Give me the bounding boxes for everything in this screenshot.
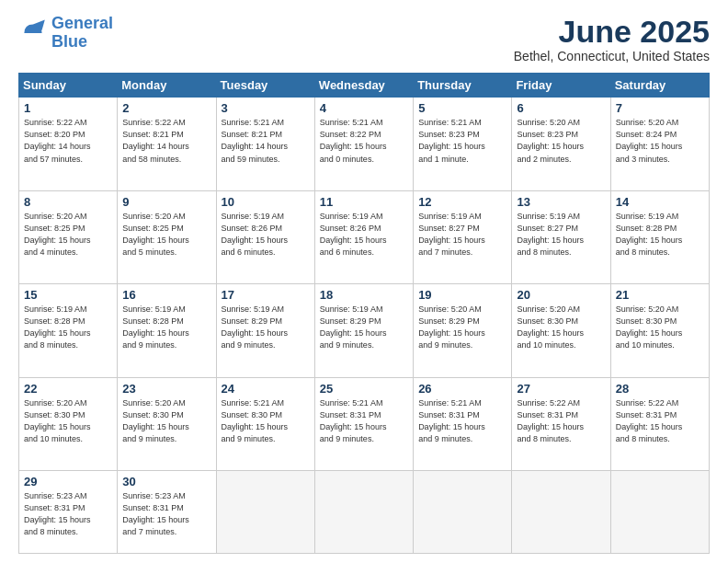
cell-empty-3 (414, 470, 512, 553)
cell-9: 9 Sunrise: 5:20 AMSunset: 8:25 PMDayligh… (118, 190, 216, 283)
cell-19: 19 Sunrise: 5:20 AMSunset: 8:29 PMDaylig… (414, 284, 512, 377)
day-number: 21 (616, 288, 704, 302)
day-info: Sunrise: 5:20 AMSunset: 8:30 PMDaylight:… (122, 397, 210, 445)
cell-20: 20 Sunrise: 5:20 AMSunset: 8:30 PMDaylig… (512, 284, 610, 377)
day-info: Sunrise: 5:19 AMSunset: 8:26 PMDaylight:… (320, 211, 408, 259)
day-info: Sunrise: 5:19 AMSunset: 8:26 PMDaylight:… (222, 211, 310, 259)
day-number: 14 (616, 195, 704, 209)
cell-2: 2 Sunrise: 5:22 AMSunset: 8:21 PMDayligh… (118, 98, 216, 190)
cell-24: 24 Sunrise: 5:21 AMSunset: 8:30 PMDaylig… (216, 377, 314, 470)
day-number: 8 (24, 195, 112, 209)
day-info: Sunrise: 5:20 AMSunset: 8:25 PMDaylight:… (122, 211, 210, 259)
day-number: 22 (24, 382, 112, 396)
col-thursday: Thursday (414, 74, 512, 98)
day-number: 19 (418, 288, 506, 302)
day-info: Sunrise: 5:20 AMSunset: 8:23 PMDaylight:… (517, 117, 605, 165)
cell-11: 11 Sunrise: 5:19 AMSunset: 8:26 PMDaylig… (314, 190, 413, 283)
logo-icon (18, 18, 48, 48)
day-info: Sunrise: 5:21 AMSunset: 8:31 PMDaylight:… (418, 397, 506, 445)
day-number: 3 (222, 101, 310, 115)
day-number: 25 (320, 382, 408, 396)
day-info: Sunrise: 5:23 AMSunset: 8:31 PMDaylight:… (122, 490, 210, 538)
day-number: 20 (517, 288, 605, 302)
week-row-2: 8 Sunrise: 5:20 AMSunset: 8:25 PMDayligh… (19, 190, 710, 283)
cell-8: 8 Sunrise: 5:20 AMSunset: 8:25 PMDayligh… (19, 190, 118, 283)
cell-13: 13 Sunrise: 5:19 AMSunset: 8:27 PMDaylig… (512, 190, 610, 283)
day-info: Sunrise: 5:20 AMSunset: 8:25 PMDaylight:… (24, 211, 112, 259)
cell-empty-2 (314, 470, 413, 553)
cell-12: 12 Sunrise: 5:19 AMSunset: 8:27 PMDaylig… (414, 190, 512, 283)
day-number: 4 (320, 101, 408, 115)
day-number: 17 (222, 288, 310, 302)
day-number: 2 (122, 101, 210, 115)
day-info: Sunrise: 5:20 AMSunset: 8:30 PMDaylight:… (616, 304, 704, 351)
day-info: Sunrise: 5:21 AMSunset: 8:21 PMDaylight:… (222, 117, 310, 165)
cell-empty-5 (610, 470, 709, 553)
cell-empty-4 (512, 470, 610, 553)
week-row-3: 15 Sunrise: 5:19 AMSunset: 8:28 PMDaylig… (19, 284, 710, 377)
week-row-4: 22 Sunrise: 5:20 AMSunset: 8:30 PMDaylig… (19, 377, 710, 470)
cell-1: 1 Sunrise: 5:22 AMSunset: 8:20 PMDayligh… (19, 98, 118, 190)
cell-29: 29 Sunrise: 5:23 AMSunset: 8:31 PMDaylig… (19, 470, 118, 553)
day-info: Sunrise: 5:19 AMSunset: 8:27 PMDaylight:… (418, 211, 506, 259)
day-number: 30 (122, 475, 210, 488)
page: General Blue June 2025 Bethel, Connectic… (0, 0, 728, 563)
day-info: Sunrise: 5:19 AMSunset: 8:27 PMDaylight:… (517, 211, 605, 259)
cell-5: 5 Sunrise: 5:21 AMSunset: 8:23 PMDayligh… (414, 98, 512, 190)
cell-25: 25 Sunrise: 5:21 AMSunset: 8:31 PMDaylig… (314, 377, 413, 470)
cell-26: 26 Sunrise: 5:21 AMSunset: 8:31 PMDaylig… (414, 377, 512, 470)
cell-21: 21 Sunrise: 5:20 AMSunset: 8:30 PMDaylig… (610, 284, 709, 377)
cell-18: 18 Sunrise: 5:19 AMSunset: 8:29 PMDaylig… (314, 284, 413, 377)
day-number: 6 (517, 101, 605, 115)
cell-16: 16 Sunrise: 5:19 AMSunset: 8:28 PMDaylig… (118, 284, 216, 377)
day-number: 23 (122, 382, 210, 396)
month-title: June 2025 (514, 15, 710, 49)
day-number: 28 (616, 382, 704, 396)
day-number: 16 (122, 288, 210, 302)
day-info: Sunrise: 5:22 AMSunset: 8:21 PMDaylight:… (122, 117, 210, 165)
day-number: 24 (222, 382, 310, 396)
logo-text: General Blue (51, 15, 113, 52)
col-sunday: Sunday (19, 74, 118, 98)
col-monday: Monday (118, 74, 216, 98)
day-info: Sunrise: 5:20 AMSunset: 8:30 PMDaylight:… (24, 397, 112, 445)
day-number: 15 (24, 288, 112, 302)
day-info: Sunrise: 5:23 AMSunset: 8:31 PMDaylight:… (24, 490, 112, 538)
day-info: Sunrise: 5:22 AMSunset: 8:31 PMDaylight:… (616, 397, 704, 445)
day-info: Sunrise: 5:21 AMSunset: 8:23 PMDaylight:… (418, 117, 506, 165)
day-info: Sunrise: 5:21 AMSunset: 8:22 PMDaylight:… (320, 117, 408, 165)
col-friday: Friday (512, 74, 610, 98)
day-info: Sunrise: 5:19 AMSunset: 8:28 PMDaylight:… (24, 304, 112, 351)
col-saturday: Saturday (610, 74, 709, 98)
cell-10: 10 Sunrise: 5:19 AMSunset: 8:26 PMDaylig… (216, 190, 314, 283)
title-block: June 2025 Bethel, Connecticut, United St… (514, 15, 710, 63)
day-number: 1 (24, 101, 112, 115)
day-number: 7 (616, 101, 704, 115)
day-number: 11 (320, 195, 408, 209)
day-number: 18 (320, 288, 408, 302)
day-number: 27 (517, 382, 605, 396)
cell-23: 23 Sunrise: 5:20 AMSunset: 8:30 PMDaylig… (118, 377, 216, 470)
cell-17: 17 Sunrise: 5:19 AMSunset: 8:29 PMDaylig… (216, 284, 314, 377)
day-info: Sunrise: 5:19 AMSunset: 8:29 PMDaylight:… (222, 304, 310, 351)
cell-empty-1 (216, 470, 314, 553)
week-row-5: 29 Sunrise: 5:23 AMSunset: 8:31 PMDaylig… (19, 470, 710, 553)
header: General Blue June 2025 Bethel, Connectic… (18, 15, 710, 63)
cell-6: 6 Sunrise: 5:20 AMSunset: 8:23 PMDayligh… (512, 98, 610, 190)
cell-7: 7 Sunrise: 5:20 AMSunset: 8:24 PMDayligh… (610, 98, 709, 190)
day-number: 9 (122, 195, 210, 209)
location: Bethel, Connecticut, United States (514, 49, 710, 63)
header-row: Sunday Monday Tuesday Wednesday Thursday… (19, 74, 710, 98)
day-number: 29 (24, 475, 112, 488)
cell-15: 15 Sunrise: 5:19 AMSunset: 8:28 PMDaylig… (19, 284, 118, 377)
day-number: 10 (222, 195, 310, 209)
day-number: 5 (418, 101, 506, 115)
col-tuesday: Tuesday (216, 74, 314, 98)
cell-14: 14 Sunrise: 5:19 AMSunset: 8:28 PMDaylig… (610, 190, 709, 283)
day-info: Sunrise: 5:21 AMSunset: 8:30 PMDaylight:… (222, 397, 310, 445)
logo: General Blue (18, 15, 113, 52)
day-info: Sunrise: 5:20 AMSunset: 8:29 PMDaylight:… (418, 304, 506, 351)
day-info: Sunrise: 5:20 AMSunset: 8:24 PMDaylight:… (616, 117, 704, 165)
week-row-1: 1 Sunrise: 5:22 AMSunset: 8:20 PMDayligh… (19, 98, 710, 190)
cell-28: 28 Sunrise: 5:22 AMSunset: 8:31 PMDaylig… (610, 377, 709, 470)
